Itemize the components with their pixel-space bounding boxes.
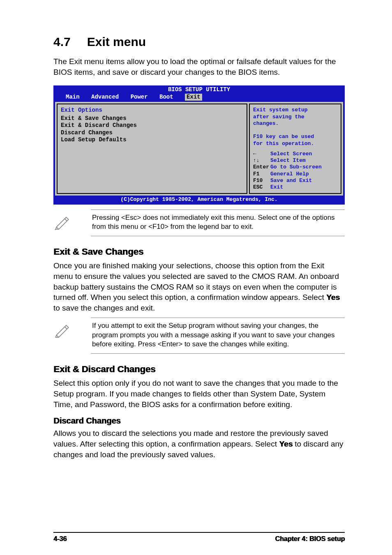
heading-exit-save-changes: Exit & Save Changes [53, 246, 345, 257]
intro-paragraph: The Exit menu items allow you to load th… [53, 56, 345, 77]
bios-key-legend: ←Select Screen ↑↓Select Item EnterGo to … [253, 151, 337, 191]
pencil-icon [53, 210, 73, 232]
yes-label: Yes [326, 293, 340, 302]
key-desc: Select Screen [270, 151, 312, 157]
body-post: to save the changes and exit. [53, 304, 155, 312]
key-desc: Save and Exit [270, 177, 312, 184]
exit-discard-changes[interactable]: Exit & Discard Changes [61, 122, 243, 129]
exit-save-body: Once you are finished making your select… [53, 260, 345, 313]
bios-copyright: (C)Copyright 1985-2002, American Megatre… [53, 196, 345, 204]
page-footer: 4-36 Chapter 4: BIOS setup [53, 532, 345, 543]
bios-help-text: Exit system setup after saving the chang… [253, 107, 337, 147]
pencil-icon [53, 318, 73, 340]
heading-discard-changes: Discard Changes [53, 416, 345, 426]
bios-right-pane: Exit system setup after saving the chang… [249, 104, 341, 194]
key-desc: Exit [270, 184, 283, 190]
bios-tab-exit[interactable]: Exit [185, 94, 202, 101]
bios-tab-advanced[interactable]: Advanced [91, 94, 127, 101]
bios-tab-main[interactable]: Main [66, 94, 88, 101]
discard-changes-body: Allows you to discard the selections you… [53, 428, 345, 460]
left-arrow-icon: ← [253, 151, 270, 157]
key-f10: F10 [253, 177, 270, 184]
note-text: Pressing <Esc> does not immediately exit… [91, 210, 345, 237]
bios-tab-boot[interactable]: Boot [159, 94, 182, 101]
section-heading: 4.7Exit menu [53, 35, 345, 49]
page-number: 4-36 [53, 535, 67, 543]
chapter-label: Chapter 4: BIOS setup [275, 535, 345, 543]
key-desc: Go to Sub-screen [270, 164, 322, 170]
bios-body: Exit Options Exit & Save Changes Exit & … [53, 102, 345, 196]
yes-label: Yes [279, 440, 293, 448]
load-setup-defaults[interactable]: Load Setup Defaults [61, 136, 243, 144]
note-callout: If you attempt to exit the Setup program… [53, 318, 345, 354]
exit-save-changes[interactable]: Exit & Save Changes [61, 115, 243, 122]
bios-tab-power[interactable]: Power [131, 94, 156, 101]
exit-options-header: Exit Options [61, 107, 243, 114]
bios-titlebar: BIOS SETUP UTILITY [53, 85, 345, 94]
key-desc: Select Item [270, 157, 306, 164]
key-esc: ESC [253, 184, 270, 191]
key-enter: Enter [253, 164, 270, 170]
note-callout: Pressing <Esc> does not immediately exit… [53, 210, 345, 237]
page: 4.7Exit menu The Exit menu items allow y… [0, 0, 392, 555]
bios-window: BIOS SETUP UTILITY Main Advanced Power B… [53, 85, 345, 204]
bios-left-pane: Exit Options Exit & Save Changes Exit & … [57, 104, 247, 194]
section-number: 4.7 [53, 35, 71, 49]
heading-exit-discard-changes: Exit & Discard Changes [53, 364, 345, 375]
bios-menubar: Main Advanced Power Boot Exit [53, 94, 345, 102]
section-title-text: Exit menu [87, 35, 146, 48]
updown-arrow-icon: ↑↓ [253, 157, 270, 164]
discard-changes[interactable]: Discard Changes [61, 129, 243, 137]
body-pre: Once you are finished making your select… [53, 261, 339, 302]
key-desc: General Help [270, 171, 309, 177]
exit-discard-body: Select this option only if you do not wa… [53, 378, 345, 410]
key-f1: F1 [253, 171, 270, 177]
note-text: If you attempt to exit the Setup program… [91, 318, 345, 354]
